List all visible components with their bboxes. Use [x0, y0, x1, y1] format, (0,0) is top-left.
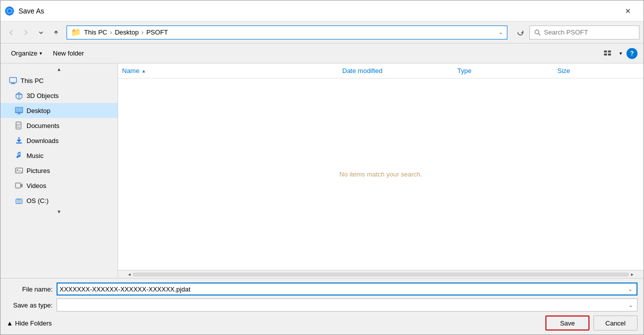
nav-bar: 📁 This PC › Desktop › PSOFT ⌄: [1, 22, 643, 44]
svg-point-25: [17, 156, 19, 158]
main-area: ▲ This PC 3D Objects Desktop: [1, 64, 643, 278]
svg-rect-22: [17, 126, 20, 126]
pictures-label: Pictures: [27, 167, 50, 174]
svg-rect-17: [16, 108, 23, 112]
save-type-dropdown-icon[interactable]: ⌄: [626, 302, 635, 308]
hide-folders-icon: ▲: [7, 320, 13, 327]
bottom-area: File name: ⌄ Save as type: ⌄ ▲ Hide Fold…: [1, 278, 643, 334]
videos-label: Videos: [27, 182, 47, 190]
organize-button[interactable]: Organize ▾: [7, 47, 47, 60]
documents-label: Documents: [27, 122, 60, 130]
music-label: Music: [27, 152, 44, 160]
sidebar-item-videos[interactable]: Videos: [1, 178, 118, 193]
svg-point-4: [535, 30, 539, 34]
svg-rect-10: [10, 78, 17, 82]
svg-rect-21: [17, 124, 21, 124]
help-button[interactable]: ?: [626, 48, 637, 59]
3d-objects-label: 3D Objects: [27, 92, 59, 100]
file-list-header: Name ▲ Date modified Type Size: [118, 64, 643, 78]
save-button[interactable]: Save: [545, 316, 589, 330]
cancel-button[interactable]: Cancel: [593, 316, 637, 330]
sidebar: ▲ This PC 3D Objects Desktop: [1, 64, 118, 278]
pictures-icon: [15, 166, 24, 175]
view-icon: [603, 50, 611, 58]
sidebar-item-3d-objects[interactable]: 3D Objects: [1, 88, 118, 103]
column-header-type[interactable]: Type: [457, 67, 557, 74]
save-type-select[interactable]: ⌄: [57, 298, 637, 312]
refresh-button[interactable]: [513, 26, 527, 40]
downloads-icon: [15, 136, 24, 145]
svg-point-32: [19, 200, 20, 202]
column-header-date[interactable]: Date modified: [342, 67, 457, 74]
save-type-label: Save as type:: [7, 302, 57, 309]
os-c-icon: [15, 196, 24, 205]
scroll-right-arrow[interactable]: ▸: [629, 272, 635, 277]
file-name-dropdown-icon[interactable]: ⌄: [626, 286, 634, 292]
this-pc-icon: [9, 76, 18, 85]
file-name-input-wrap[interactable]: ⌄: [57, 282, 637, 296]
documents-icon: [15, 121, 24, 130]
scroll-left-arrow[interactable]: ◂: [126, 272, 133, 277]
3d-objects-icon: [15, 91, 24, 100]
view-button[interactable]: [600, 47, 614, 60]
sidebar-item-pictures[interactable]: Pictures: [1, 163, 118, 178]
os-c-label: OS (C:): [27, 197, 49, 204]
svg-rect-23: [17, 127, 20, 128]
file-list-body: No items match your search.: [118, 78, 643, 270]
title-bar: Save As ✕: [1, 0, 643, 22]
action-row: ▲ Hide Folders Save Cancel: [7, 316, 637, 330]
svg-rect-12: [11, 84, 16, 84]
up-button[interactable]: [50, 26, 63, 39]
search-input[interactable]: [544, 28, 635, 36]
desktop-label: Desktop: [27, 107, 51, 114]
svg-line-5: [538, 34, 540, 36]
hide-folders-label: Hide Folders: [15, 320, 52, 327]
sidebar-item-documents[interactable]: Documents: [1, 118, 118, 133]
svg-point-2: [8, 10, 11, 12]
name-sort-icon: ▲: [142, 68, 146, 74]
svg-point-26: [19, 155, 21, 157]
address-text: This PC › Desktop › PSOFT: [84, 28, 498, 36]
file-name-label: File name:: [7, 286, 57, 293]
hide-folders-button[interactable]: ▲ Hide Folders: [7, 320, 52, 327]
file-name-input[interactable]: [60, 286, 626, 293]
sidebar-item-desktop[interactable]: Desktop: [1, 103, 118, 118]
search-icon: [534, 29, 541, 36]
sidebar-scroll-up[interactable]: ▲: [1, 66, 118, 73]
toolbar: Organize ▾ New folder ▾ ?: [1, 44, 643, 64]
svg-rect-29: [16, 183, 21, 188]
app-icon: [5, 6, 15, 16]
save-type-row: Save as type: ⌄: [7, 298, 637, 312]
sidebar-item-downloads[interactable]: Downloads: [1, 133, 118, 148]
forward-button[interactable]: [20, 26, 33, 39]
file-name-row: File name: ⌄: [7, 282, 637, 296]
sidebar-item-this-pc[interactable]: This PC: [1, 73, 118, 88]
no-items-message: No items match your search.: [339, 170, 422, 178]
sidebar-item-os-c[interactable]: OS (C:): [1, 193, 118, 208]
address-bar[interactable]: 📁 This PC › Desktop › PSOFT ⌄: [67, 26, 507, 40]
breadcrumb-sep-2: ›: [142, 29, 144, 36]
desktop-icon: [15, 106, 24, 115]
action-buttons: Save Cancel: [545, 316, 637, 330]
breadcrumb-sep-1: ›: [110, 29, 112, 36]
music-icon: [15, 151, 24, 160]
back-button[interactable]: [5, 26, 18, 39]
svg-rect-9: [608, 54, 611, 56]
new-folder-button[interactable]: New folder: [49, 47, 89, 60]
scroll-track[interactable]: [133, 272, 629, 276]
svg-rect-24: [16, 142, 22, 144]
search-bar[interactable]: [529, 26, 639, 40]
sidebar-scroll-down[interactable]: ▼: [1, 208, 118, 216]
dialog-title: Save As: [19, 7, 616, 15]
address-dropdown-icon[interactable]: ⌄: [498, 29, 503, 36]
column-header-size[interactable]: Size: [557, 67, 639, 74]
recent-locations-button[interactable]: [35, 26, 48, 39]
sidebar-item-music[interactable]: Music: [1, 148, 118, 163]
save-as-dialog: Save As ✕ 📁 This PC › Desktop › PSOFT ⌄: [0, 0, 644, 335]
close-button[interactable]: ✕: [616, 4, 639, 18]
svg-rect-18: [18, 113, 20, 114]
view-dropdown-button[interactable]: ▾: [616, 47, 624, 60]
column-header-name[interactable]: Name ▲: [122, 67, 342, 74]
svg-rect-6: [604, 50, 607, 52]
horizontal-scrollbar[interactable]: ◂ ▸: [118, 270, 643, 278]
